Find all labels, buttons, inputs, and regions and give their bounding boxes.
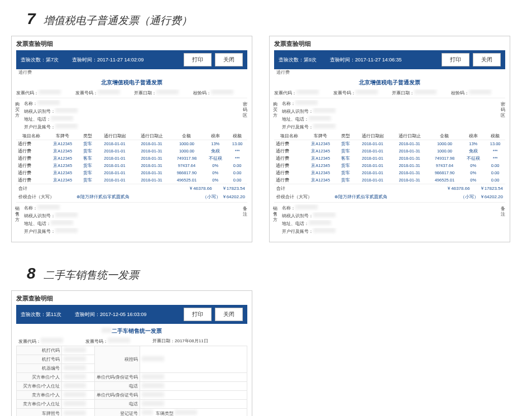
section-7-header: 7 增值税电子普通发票（通行费） <box>27 10 521 28</box>
sub-label: 通行费 <box>16 69 247 75</box>
remark-side-label: 备注 <box>242 206 248 217</box>
print-button[interactable]: 打印 <box>184 53 212 66</box>
close-button[interactable]: 关闭 <box>215 308 243 321</box>
section-number: 7 <box>27 10 36 28</box>
seller-box: 销售方 备注 名称： 纳税人识别号： 地址、电话： 开户行及账号： <box>274 202 505 235</box>
totals: 合计 ￥46378.66 ￥17823.54 <box>274 184 505 193</box>
buyer-box: 购买方 密码区 名称： 纳税人识别号： 地址、电话： 开户行及账号： <box>274 98 505 131</box>
tax-total: 价税合计（大写） ⊗陆万肆仟贰佰零贰圆贰角 （小写） ￥64202.20 <box>16 193 247 201</box>
check-count: 查验次数：第7次 <box>21 56 59 64</box>
section-title: 二手车销售统一发票 <box>44 268 139 283</box>
invoice-body: 通行费 北京增值税电子普通发票 发票代码： 发票号码： 开票日期： 校验码： 购… <box>16 69 247 235</box>
card-title: 发票查验明细 <box>16 40 247 48</box>
seller-box: 销售方 备注 名称： 纳税人识别号： 地址、电话： 开户行及账号： <box>16 202 247 235</box>
check-time: 查验时间：2017-11-27 14:02:09 <box>72 56 144 64</box>
invoice-card-a: 发票查验明细 查验次数：第7次 查验时间：2017-11-27 14:02:09… <box>11 36 252 242</box>
section-number: 8 <box>27 265 36 283</box>
sub-label: 通行费 <box>274 69 505 75</box>
meta-line: 发票代码： 发票号码： 开票日期： 校验码： <box>274 89 505 97</box>
invoice-body: 二手车销售统一发票 发票代码： 发票号码： 开票日期：2017年08月11日 机… <box>16 327 247 416</box>
check-time: 查验时间：2017-11-27 14:06:35 <box>330 56 402 64</box>
pwd-side-label: 密码区 <box>242 102 248 118</box>
buyer-box: 购买方 密码区 名称： 纳税人识别号： 地址、电话： 开户行及账号： <box>16 98 247 131</box>
print-button[interactable]: 打印 <box>442 53 469 66</box>
check-count: 查验次数：第9次 <box>279 56 317 64</box>
close-button[interactable]: 关闭 <box>473 53 501 66</box>
invoice-row-8: 发票查验明细 查验次数：第11次 查验时间：2017-12-05 16:03:0… <box>11 290 521 416</box>
card-title: 发票查验明细 <box>274 40 505 48</box>
items-table-a: 项目名称车牌号类型通行日期起通行日期止金额税率税额通行费京A12345货车201… <box>16 132 247 184</box>
print-button[interactable]: 打印 <box>184 308 212 321</box>
buyer-side-label: 购买方 <box>14 102 21 118</box>
invoice-body: 通行费 北京增值税电子普通发票 发票代码： 发票号码： 开票日期： 校验码： 购… <box>274 69 505 235</box>
tax-total: 价税合计（大写） ⊗陆万肆仟贰佰零贰圆贰角 （小写） ￥64202.20 <box>274 193 505 201</box>
toolbar: 查验次数：第11次 查验时间：2017-12-05 16:03:09 打印 关闭 <box>16 305 247 324</box>
toolbar: 查验次数：第7次 查验时间：2017-11-27 14:02:09 打印 关闭 <box>16 50 247 69</box>
check-time: 查验时间：2017-12-05 16:03:09 <box>75 311 147 318</box>
invoice-title: 二手车销售统一发票 <box>16 327 247 335</box>
used-car-table: 机打代码税控码 机打号码 机器编号 买方单位/个人单位代码/身份证号码 买方单位… <box>16 346 247 416</box>
meta-line: 发票代码： 发票号码： 开票日期：2017年08月11日 <box>16 337 247 346</box>
toolbar: 查验次数：第9次 查验时间：2017-11-27 14:06:35 打印 关闭 <box>274 50 505 69</box>
invoice-title: 北京增值税电子普通发票 <box>274 79 505 87</box>
items-table-b: 项目名称车牌号类型通行日期起通行日期止金额税率税额通行费京A12345货车201… <box>274 132 505 184</box>
meta-line: 发票代码： 发票号码： 开票日期： 校验码： <box>16 89 247 97</box>
section-8-header: 8 二手车销售统一发票 <box>27 265 521 283</box>
invoice-card-c: 发票查验明细 查验次数：第11次 查验时间：2017-12-05 16:03:0… <box>11 290 252 416</box>
card-title: 发票查验明细 <box>16 294 247 303</box>
close-button[interactable]: 关闭 <box>215 53 243 66</box>
invoice-title: 北京增值税电子普通发票 <box>16 79 247 87</box>
check-count: 查验次数：第11次 <box>21 311 61 318</box>
totals: 合计 ￥46378.66 ￥17823.54 <box>16 184 247 193</box>
invoice-card-b: 发票查验明细 查验次数：第9次 查验时间：2017-11-27 14:06:35… <box>269 36 510 242</box>
invoice-row-7: 发票查验明细 查验次数：第7次 查验时间：2017-11-27 14:02:09… <box>11 36 521 242</box>
section-title: 增值税电子普通发票（通行费） <box>44 13 192 28</box>
seller-side-label: 销售方 <box>14 206 21 223</box>
